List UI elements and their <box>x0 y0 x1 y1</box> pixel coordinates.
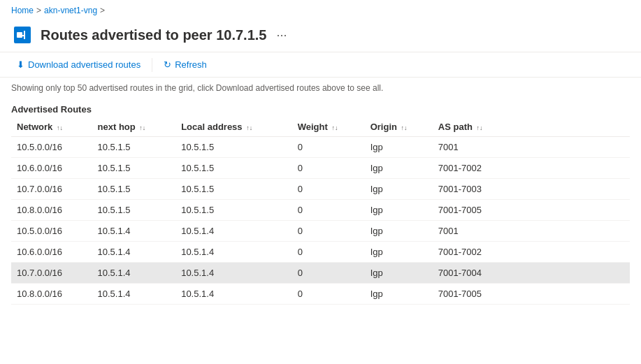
cell-as_path: 7001 <box>433 221 630 242</box>
cell-local_address: 10.5.1.4 <box>175 263 292 284</box>
info-message: Showing only top 50 advertised routes in… <box>11 83 383 93</box>
cell-as_path: 7001-7002 <box>433 158 630 179</box>
routes-icon <box>13 25 32 45</box>
cell-network: 10.8.0.0/16 <box>11 284 92 305</box>
refresh-button[interactable]: ↻ Refresh <box>158 57 213 73</box>
cell-network: 10.6.0.0/16 <box>11 242 92 263</box>
cell-origin: Igp <box>365 137 433 158</box>
table-header: Network ↑↓ next hop ↑↓ Local address ↑↓ … <box>11 117 630 137</box>
refresh-label: Refresh <box>175 59 207 70</box>
col-network[interactable]: Network ↑↓ <box>11 117 92 137</box>
cell-weight: 0 <box>292 221 365 242</box>
cell-local_address: 10.5.1.5 <box>175 179 292 200</box>
cell-weight: 0 <box>292 284 365 305</box>
cell-network: 10.5.0.0/16 <box>11 221 92 242</box>
page-header: Routes advertised to peer 10.7.1.5 ··· <box>0 21 641 52</box>
section-label: Advertised Routes <box>0 99 641 117</box>
cell-local_address: 10.5.1.5 <box>175 200 292 221</box>
cell-origin: Igp <box>365 221 433 242</box>
col-weight[interactable]: Weight ↑↓ <box>292 117 365 137</box>
cell-local_address: 10.5.1.5 <box>175 137 292 158</box>
cell-origin: Igp <box>365 242 433 263</box>
routes-table: Network ↑↓ next hop ↑↓ Local address ↑↓ … <box>11 117 630 305</box>
sort-nexthop-icon: ↑↓ <box>139 124 145 131</box>
table-row[interactable]: 10.7.0.0/1610.5.1.410.5.1.40Igp7001-7004 <box>11 263 630 284</box>
col-next-hop[interactable]: next hop ↑↓ <box>92 117 176 137</box>
download-label: Download advertised routes <box>28 59 141 70</box>
cell-next_hop: 10.5.1.5 <box>92 137 176 158</box>
sort-localaddr-icon: ↑↓ <box>246 124 252 131</box>
cell-network: 10.7.0.0/16 <box>11 179 92 200</box>
table-row[interactable]: 10.7.0.0/1610.5.1.510.5.1.50Igp7001-7003 <box>11 179 630 200</box>
refresh-icon: ↻ <box>164 59 171 70</box>
cell-local_address: 10.5.1.5 <box>175 158 292 179</box>
cell-as_path: 7001-7005 <box>433 200 630 221</box>
table-row[interactable]: 10.6.0.0/1610.5.1.510.5.1.50Igp7001-7002 <box>11 158 630 179</box>
cell-origin: Igp <box>365 179 433 200</box>
sort-weight-icon: ↑↓ <box>331 124 338 131</box>
breadcrumb-parent[interactable]: akn-vnet1-vng <box>44 6 97 15</box>
col-as-path[interactable]: AS path ↑↓ <box>433 117 630 137</box>
more-options-button[interactable]: ··· <box>273 29 289 41</box>
breadcrumb-sep2: > <box>100 6 105 15</box>
page-title: Routes advertised to peer 10.7.1.5 <box>41 27 266 43</box>
cell-local_address: 10.5.1.4 <box>175 242 292 263</box>
cell-next_hop: 10.5.1.4 <box>92 263 176 284</box>
toolbar: ⬇ Download advertised routes ↻ Refresh <box>0 52 641 78</box>
table-row[interactable]: 10.8.0.0/1610.5.1.410.5.1.40Igp7001-7005 <box>11 284 630 305</box>
table-row[interactable]: 10.5.0.0/1610.5.1.510.5.1.50Igp7001 <box>11 137 630 158</box>
download-icon: ⬇ <box>17 59 24 70</box>
cell-network: 10.7.0.0/16 <box>11 263 92 284</box>
table-container: Network ↑↓ next hop ↑↓ Local address ↑↓ … <box>0 117 641 305</box>
cell-local_address: 10.5.1.4 <box>175 221 292 242</box>
cell-network: 10.5.0.0/16 <box>11 137 92 158</box>
table-row[interactable]: 10.6.0.0/1610.5.1.410.5.1.40Igp7001-7002 <box>11 242 630 263</box>
cell-weight: 0 <box>292 242 365 263</box>
page-icon <box>11 24 34 46</box>
cell-as_path: 7001-7002 <box>433 242 630 263</box>
table-row[interactable]: 10.5.0.0/1610.5.1.410.5.1.40Igp7001 <box>11 221 630 242</box>
cell-as_path: 7001-7003 <box>433 179 630 200</box>
info-bar: Showing only top 50 advertised routes in… <box>0 78 641 99</box>
cell-as_path: 7001 <box>433 137 630 158</box>
sort-origin-icon: ↑↓ <box>401 124 408 131</box>
cell-next_hop: 10.5.1.4 <box>92 242 176 263</box>
sort-aspath-icon: ↑↓ <box>477 124 483 131</box>
cell-weight: 0 <box>292 200 365 221</box>
cell-origin: Igp <box>365 263 433 284</box>
cell-origin: Igp <box>365 158 433 179</box>
col-origin[interactable]: Origin ↑↓ <box>365 117 433 137</box>
cell-weight: 0 <box>292 137 365 158</box>
cell-local_address: 10.5.1.4 <box>175 284 292 305</box>
cell-next_hop: 10.5.1.5 <box>92 200 176 221</box>
download-button[interactable]: ⬇ Download advertised routes <box>11 57 146 73</box>
svg-rect-3 <box>21 35 25 36</box>
cell-weight: 0 <box>292 179 365 200</box>
cell-next_hop: 10.5.1.4 <box>92 284 176 305</box>
cell-as_path: 7001-7005 <box>433 284 630 305</box>
cell-network: 10.6.0.0/16 <box>11 158 92 179</box>
breadcrumb-sep1: > <box>36 6 41 15</box>
breadcrumb: Home > akn-vnet1-vng > <box>0 0 641 21</box>
cell-network: 10.8.0.0/16 <box>11 200 92 221</box>
toolbar-divider <box>152 58 152 72</box>
cell-weight: 0 <box>292 263 365 284</box>
sort-network-icon: ↑↓ <box>57 124 63 131</box>
cell-origin: Igp <box>365 200 433 221</box>
cell-weight: 0 <box>292 158 365 179</box>
cell-origin: Igp <box>365 284 433 305</box>
table-row[interactable]: 10.8.0.0/1610.5.1.510.5.1.50Igp7001-7005 <box>11 200 630 221</box>
cell-as_path: 7001-7004 <box>433 263 630 284</box>
col-local-address[interactable]: Local address ↑↓ <box>175 117 292 137</box>
breadcrumb-home[interactable]: Home <box>11 6 34 15</box>
cell-next_hop: 10.5.1.5 <box>92 179 176 200</box>
cell-next_hop: 10.5.1.4 <box>92 221 176 242</box>
cell-next_hop: 10.5.1.5 <box>92 158 176 179</box>
table-body: 10.5.0.0/1610.5.1.510.5.1.50Igp700110.6.… <box>11 137 630 305</box>
